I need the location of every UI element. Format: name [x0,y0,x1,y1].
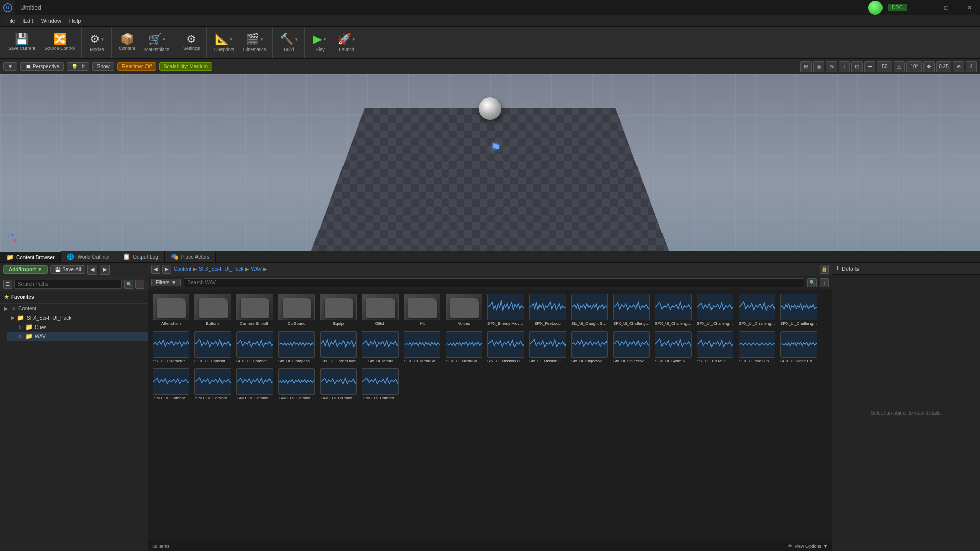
filters-button[interactable]: Filters ▼ [151,279,181,286]
audio-sfx-caught-sneaking[interactable]: Sfx_Ui_Caught Sneaking [570,292,609,328]
audio-sfx-combat-shield-red-2[interactable]: SFX_Ui_Combat Shield_Red [235,330,275,365]
folder-cues[interactable]: ▷ 📁 Cues [7,322,148,332]
menu-window[interactable]: Window [37,17,65,25]
path-menu-icon[interactable]: ☰ [3,280,12,289]
audio-sfx-fireloop[interactable]: SFX_FireLoop [528,292,568,328]
lock-btn[interactable]: 🔒 [820,265,829,274]
viewport-area[interactable]: ⚑ ↑Z →X [0,74,980,251]
modes-button[interactable]: ⚙▼ Modes [85,31,109,54]
folder-glitch[interactable]: Glitch [360,292,400,328]
tab-output-log[interactable]: 📋 Output Log [116,251,164,262]
menu-file[interactable]: File [2,17,19,25]
viewport-icon-5[interactable]: ⊡ [851,61,863,72]
search-wav-btn[interactable]: 🔍 [807,278,817,287]
build-button[interactable]: 🔨▼ Build [276,31,302,54]
viewport-icon-7[interactable]: △ [894,61,905,72]
asset-grid-wrapper[interactable]: Attenshion Buttons Camera Smooth Di [148,289,832,541]
viewport-icon-8[interactable]: ✥ [923,61,935,72]
audio-sfx-combat-shield-red-1[interactable]: SFX_Ui_Combat Shield_Red [193,330,233,365]
scale-value[interactable]: 0.25 [936,61,951,72]
folder-dissound[interactable]: DisSound [277,292,316,328]
viewport-icon-10[interactable]: 4 [966,61,977,72]
menu-help[interactable]: Help [65,17,85,25]
folder-buttons[interactable]: Buttons [193,292,233,328]
search-paths-btn[interactable]: 🔍 [124,280,133,289]
launch-button[interactable]: 🚀▼ Launch [333,31,360,54]
audio-snd-combat-3[interactable]: SND_Ui_Combat... [235,367,275,402]
minimize-button[interactable]: ─ [913,0,933,15]
search-wav-input[interactable] [184,278,804,287]
audio-sfx-uiscope-focustarget[interactable]: SFX_UiScope FocusTarget [779,330,819,365]
audio-sfx-challenge-pricepopup[interactable]: SFX_Ui_Challenge PricePopup [695,292,735,328]
folder-attenshion[interactable]: Attenshion [151,292,191,328]
content-button[interactable]: 📦 Content [115,32,139,53]
viewport-icon-4[interactable]: ↕ [839,61,850,72]
audio-sfx-tut-multiclose[interactable]: Sfx_Ui_Tut MultiClose [695,330,735,365]
audio-sfx-mission-complete[interactable]: Sfx_Ui_Mission Complete [528,330,568,365]
cinematics-button[interactable]: 🎬▼ Cinematics [239,31,271,54]
scalability-btn[interactable]: Scalability: Medium [159,62,212,71]
grid-value[interactable]: 50 [877,61,892,72]
history-forward-button[interactable]: ▶ [100,265,110,275]
viewport-icon-3[interactable]: ⊙ [826,61,837,72]
favorites-header[interactable]: ★ Favorites [0,293,148,301]
tab-world-outliner[interactable]: 🌐 World Outliner [61,251,116,262]
folder-equip[interactable]: Equip [318,292,358,328]
viewport-icon-9[interactable]: ⊕ [953,61,964,72]
audio-snd-combat-4[interactable]: SND_Ui_Combat... [277,367,316,402]
view-options-button[interactable]: 👁 View Options ▼ [788,544,828,549]
viewport-icon-6[interactable]: ☰ [864,61,875,72]
audio-snd-combat-5[interactable]: SND_Ui_Combat... [318,367,358,402]
audio-sfx-menu[interactable]: Sfx_Ui_Menu [360,330,400,365]
folder-wav[interactable]: ▷ 📁 WAV [7,332,148,341]
history-back-button[interactable]: ◀ [87,265,97,275]
folder-hit[interactable]: Hit [402,292,442,328]
path-options-btn[interactable]: ⋮ [135,280,144,289]
folder-voices[interactable]: Voices [444,292,484,328]
tab-content-browser[interactable]: 📁 Content Browser [0,251,61,262]
content-section-header[interactable]: ▶ 🖥 Content [0,303,148,313]
breadcrumb-content[interactable]: Content [174,266,191,272]
folder-camera-smooth[interactable]: Camera Smooth [235,292,275,328]
audio-sfx-challenge-basehit[interactable]: SFX_Ui_Challenge Basehit [611,292,651,328]
viewport-icon-2[interactable]: ◎ [813,61,824,72]
folder-sfx-pack[interactable]: ▶ 📁 SFX_Sci-FiUI_Pack [7,313,148,322]
menu-edit[interactable]: Edit [19,17,37,25]
breadcrumb-sfx-pack[interactable]: SFX_Sci-FiUI_Pack [199,266,243,272]
save-all-button[interactable]: 💾 Save All [50,265,85,274]
angle-value[interactable]: 10° [906,61,922,72]
audio-snd-combat-1[interactable]: SND_Ui_Combat... [151,367,191,402]
show-btn[interactable]: Show [92,62,114,71]
viewport-icon-1[interactable]: ⊞ [800,61,812,72]
close-button[interactable]: ✕ [960,0,980,15]
play-button[interactable]: ▶▼ Play [308,31,332,54]
search-paths-input[interactable] [14,280,122,289]
dropdown-btn[interactable]: ▼ [3,62,17,71]
audio-snd-combat-6[interactable]: SND_Ui_Combat... [360,367,400,402]
audio-sfx-challenge-modifier[interactable]: SFX_Ui_Challenge Modifier [653,292,693,328]
audio-sfx-compass-show[interactable]: Sfx_Ui_Compass Show [277,330,316,365]
audio-sfx-objective-complete-02[interactable]: Sfx_Ui_Objective_Complete_02 [611,330,651,365]
source-control-button[interactable]: 🔀 Source Control [40,32,79,53]
audio-snd-combat-2[interactable]: SND_Ui_Combat... [193,367,233,402]
audio-sfx-synth-notification[interactable]: SFX_Ui_Synth Notification [653,330,693,365]
tab-place-actors[interactable]: 🎭 Place Actors [165,251,216,262]
blueprints-button[interactable]: 📐▼ Blueprints [210,31,238,54]
perspective-btn[interactable]: 🔲 Perspective [20,62,64,71]
breadcrumb-wav[interactable]: WAV [251,266,262,272]
audio-sfx-enemy-movement[interactable]: SFX_Enemy Movement [486,292,526,328]
lit-btn[interactable]: 💡 Lit [67,62,89,71]
audio-sfx-challenge-stars[interactable]: SFX_Ui_Challenge Stars [737,292,777,328]
breadcrumb-forward-btn[interactable]: ▶ [162,265,172,274]
audio-sfx-objective-complete[interactable]: Sfx_Ui_Objective_Complete [570,330,609,365]
audio-sfx-gameover[interactable]: Sfx_Ui_GameOver [318,330,358,365]
audio-sfx-character-switch[interactable]: Sfx_Ui_Character Switch_02 [151,330,191,365]
audio-sfx-challenge-totalscore[interactable]: SFX_Ui_Challenge Totalscore [779,292,819,328]
audio-sfx-menusound-2[interactable]: SFX_Ui_MenuSound_2 [444,330,484,365]
save-current-button[interactable]: 💾 Save Current [4,32,39,53]
filter-options-btn[interactable]: ⋮ [820,278,829,287]
add-import-button[interactable]: Add/Import ▼ [3,265,48,274]
audio-sfx-mission-updated[interactable]: Sfx_Ui_Mission Updated [486,330,526,365]
audio-sfx-uilevel-unfadein[interactable]: SFX_UiLevel UnFadeIn [737,330,777,365]
breadcrumb-back-btn[interactable]: ◀ [151,265,160,274]
